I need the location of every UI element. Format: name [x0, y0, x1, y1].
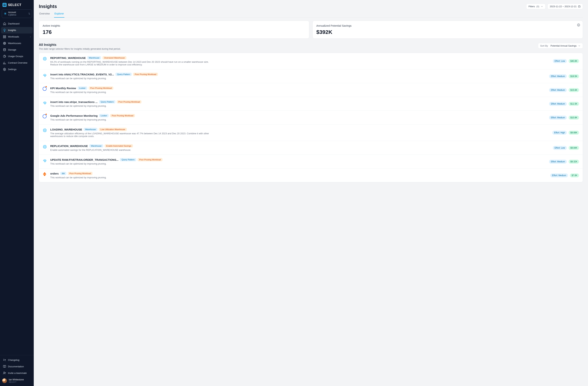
svg-point-6	[3, 48, 6, 49]
savings-chip: $11.5K	[568, 102, 579, 106]
kpi-annualized-savings: Annualized Potential Savings $392K	[313, 21, 583, 39]
sidebar-item-label: Invite a teammate	[8, 372, 27, 374]
insight-description: This workload can be optimized by improv…	[50, 105, 217, 107]
insight-row[interactable]: insert into raw.stripe_transactions ...Q…	[39, 97, 583, 111]
insight-main: REPLICATION_WAREHOUSEWarehouseEnable Aut…	[50, 144, 550, 151]
info-icon[interactable]	[577, 23, 580, 27]
savings-chip: $40.8K	[568, 59, 579, 63]
insight-title: LOADING_WAREHOUSE	[50, 128, 82, 131]
sidebar-item-storage[interactable]: Storage	[1, 47, 33, 53]
insight-row[interactable]: KPI Monthly ReviewLookerPoor Pruning Wor…	[39, 83, 583, 97]
insight-row[interactable]: REPLICATION_WAREHOUSEWarehouseEnable Aut…	[39, 141, 583, 154]
section-title: All Insights	[39, 43, 121, 47]
sidebar-item-label: Changelog	[8, 359, 20, 361]
insight-row[interactable]: REPORTING_WAREHOUSEWarehouseOversized Wa…	[39, 53, 583, 69]
insight-type-tag: Looker	[99, 114, 109, 117]
kpi-row: Active Insights 176 Annualized Potential…	[39, 21, 583, 39]
sidebar-item-workloads[interactable]: Workloads ›	[1, 34, 33, 40]
insight-row[interactable]: Google Ads Performance MonitoringLookerP…	[39, 111, 583, 124]
insight-metrics: Effort: Medium$10.8K	[549, 114, 579, 121]
insight-title: insert into ANALYTICS.TRACKING_EVENTS_V2…	[50, 73, 114, 76]
insight-row[interactable]: insert into ANALYTICS.TRACKING_EVENTS_V2…	[39, 69, 583, 83]
filters-button[interactable]: Filters (0)	[526, 4, 546, 9]
kpi-active-insights: Active Insights 176	[39, 21, 309, 39]
user-plus-icon	[3, 371, 6, 375]
sidebar-item-label: Warehouses	[8, 42, 21, 45]
gear-icon	[3, 68, 6, 71]
sidebar-item-contract-overview[interactable]: Contract Overview	[1, 60, 33, 66]
sidebar-item-documentation[interactable]: Documentation	[1, 363, 33, 370]
chevron-down-icon	[541, 5, 543, 8]
insight-title: REPLICATION_WAREHOUSE	[50, 144, 88, 148]
home-icon	[3, 22, 6, 25]
insight-description: 94.2% of workloads running on the REPORT…	[50, 60, 217, 66]
svg-rect-12	[44, 58, 45, 59]
brand-logo[interactable]: SELECT	[0, 0, 34, 9]
svg-rect-13	[43, 129, 46, 132]
effort-chip: Effort: Medium	[549, 74, 567, 78]
svg-rect-16	[44, 146, 45, 147]
sidebar-item-usage-groups[interactable]: Usage Groups	[1, 53, 33, 60]
svg-rect-15	[43, 146, 46, 148]
savings-chip: $18.5K	[568, 74, 579, 78]
savings-chip: $9.84K	[568, 146, 579, 150]
user-menu[interactable]: Ian Whitestone SELECT	[0, 376, 34, 386]
effort-chip: Effort: Medium	[550, 174, 568, 177]
insight-type-tag: Warehouse	[89, 144, 103, 148]
insight-type-tag: Warehouse	[87, 56, 101, 59]
divider	[0, 355, 34, 355]
filters-count: (0)	[536, 5, 539, 8]
insight-description: This workload can be optimized by improv…	[50, 162, 217, 165]
sidebar-item-invite[interactable]: Invite a teammate	[1, 370, 33, 376]
sidebar-item-label: Dashboard	[8, 22, 20, 25]
sidebar-item-label: Workloads	[8, 35, 19, 38]
insight-category-tag: Poor Pruning Workload	[68, 172, 93, 175]
date-range-value: 2023-11-22 ~ 2023-12-21	[550, 5, 577, 8]
insight-description: This workload can be optimized by improv…	[50, 91, 217, 94]
insight-main: UPDATE RAW.FIVETRAN.ORDER_TRANSACTIONS..…	[50, 158, 546, 165]
svg-rect-4	[4, 42, 6, 44]
insight-main: KPI Monthly ReviewLookerPoor Pruning Wor…	[50, 86, 546, 94]
insight-row[interactable]: LOADING_WAREHOUSEWarehouseLow Utilizatio…	[39, 124, 583, 141]
sidebar-item-label: Documentation	[8, 365, 24, 368]
account-org: Cyberco	[8, 14, 16, 16]
svg-rect-14	[44, 130, 45, 131]
account-switcher[interactable]: Account Cyberco ⇅	[2, 9, 32, 18]
insight-main: ordersdbtPoor Pruning WorkloadThis workl…	[50, 172, 547, 179]
effort-chip: Effort: Low	[553, 146, 567, 150]
sort-button[interactable]: Sort By Potential Annual Savings	[538, 43, 583, 49]
insight-type-tag: Looker	[78, 86, 87, 90]
sidebar-item-changelog[interactable]: Changelog	[1, 357, 33, 363]
fingerprint-icon	[43, 158, 47, 165]
insight-metrics: Effort: High$9.89K	[552, 128, 579, 137]
insight-category-tag: Poor Pruning Workload	[89, 86, 114, 90]
lightbulb-icon	[3, 29, 6, 32]
main: Insights Filters (0) 2023-11-22 ~ 2023-1…	[34, 0, 588, 386]
fingerprint-icon	[43, 100, 47, 107]
insight-type-tag: Warehouse	[84, 128, 97, 131]
sidebar-item-label: Contract Overview	[8, 61, 27, 64]
insight-row[interactable]: UPDATE RAW.FIVETRAN.ORDER_TRANSACTIONS..…	[39, 154, 583, 168]
insight-title: insert into raw.stripe_transactions ...	[50, 100, 98, 103]
sidebar-item-settings[interactable]: Settings	[1, 66, 33, 73]
insight-category-tag: Poor Pruning Workload	[110, 114, 135, 117]
effort-chip: Effort: Medium	[549, 116, 567, 120]
date-range-button[interactable]: 2023-11-22 ~ 2023-12-21	[547, 4, 583, 9]
snowflake-icon	[4, 12, 7, 15]
tab-explorer[interactable]: Explorer	[54, 12, 64, 18]
pie-icon	[3, 55, 6, 58]
sidebar-item-warehouses[interactable]: Warehouses	[1, 40, 33, 47]
sidebar: SELECT Account Cyberco ⇅ Dashboard Insig…	[0, 0, 34, 386]
chip-icon	[43, 56, 47, 66]
filters-label: Filters	[528, 5, 535, 8]
sidebar-item-insights[interactable]: Insights	[1, 27, 33, 34]
sidebar-item-dashboard[interactable]: Dashboard	[1, 20, 33, 27]
tab-overview[interactable]: Overview	[39, 12, 50, 18]
svg-rect-9	[578, 6, 580, 7]
svg-rect-2	[3, 37, 4, 38]
savings-chip: $9.89K	[568, 131, 579, 135]
looker-icon	[43, 114, 47, 121]
effort-chip: Effort: High	[552, 131, 567, 135]
insight-row[interactable]: ordersdbtPoor Pruning WorkloadThis workl…	[39, 168, 583, 182]
insight-description: Enable automated savings for the REPLICA…	[50, 149, 217, 151]
